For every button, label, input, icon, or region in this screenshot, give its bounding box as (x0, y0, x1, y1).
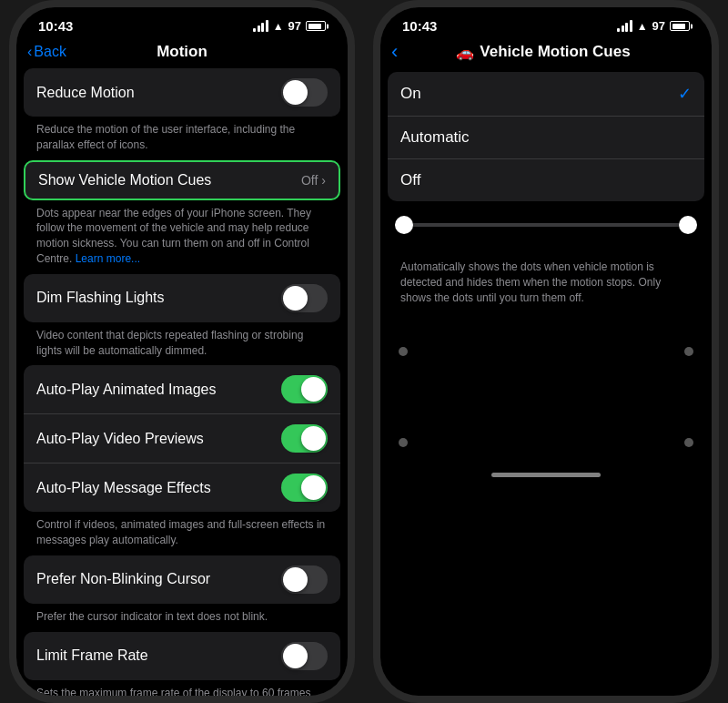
reduce-motion-label: Reduce Motion (36, 85, 135, 101)
toggle-knob (283, 567, 308, 592)
slider-track (395, 223, 697, 227)
option-on-label: On (400, 85, 421, 103)
wifi-icon: ▲ (273, 20, 284, 33)
cursor-group: Prefer Non-Blinking Cursor (24, 555, 340, 604)
autoplay-images-row[interactable]: Auto-Play Animated Images (24, 365, 340, 414)
nav-title: Motion (157, 43, 207, 61)
status-bar-2: 10:43 ▲ 97 (380, 7, 712, 39)
battery-percent: 97 (288, 19, 301, 33)
cursor-label: Prefer Non-Blinking Cursor (36, 571, 210, 587)
vehicle-motion-label: Show Vehicle Motion Cues (38, 172, 211, 188)
toggle-knob (283, 644, 308, 668)
toggle-knob (301, 377, 326, 402)
dim-flashing-toggle[interactable] (281, 284, 328, 312)
home-indicator-2 (491, 473, 601, 477)
reduce-motion-description: Reduce the motion of the user interface,… (24, 118, 340, 160)
frame-rate-group: Limit Frame Rate (24, 632, 340, 680)
status-bar: 10:43 ▲ 97 (16, 7, 348, 39)
slider-thumb-right[interactable] (679, 216, 697, 234)
nav-title-2: Vehicle Motion Cues (480, 43, 630, 61)
vehicle-motion-value-area: Off › (301, 173, 326, 188)
back-button-2[interactable]: ‹ (391, 40, 398, 64)
slider-track-area (395, 223, 697, 245)
cursor-description: Prefer the cursor indicator in text does… (24, 606, 340, 632)
toggle-knob (283, 286, 308, 311)
chevron-right-icon: › (321, 173, 326, 188)
autoplay-messages-row[interactable]: Auto-Play Message Effects (24, 464, 340, 512)
chevron-left-icon: ‹ (27, 44, 32, 60)
status-time-2: 10:43 (402, 18, 437, 34)
vehicle-motion-selection: On ✓ Automatic Off (388, 72, 704, 201)
toggle-knob (301, 475, 326, 500)
vehicle-motion-description: Automatically shows the dots when vehicl… (388, 254, 704, 312)
nav-bar: ‹ Back Motion (16, 39, 348, 68)
signal-icon (253, 20, 268, 32)
autoplay-video-row[interactable]: Auto-Play Video Previews (24, 414, 340, 464)
learn-more-link[interactable]: Learn more... (76, 252, 140, 265)
autoplay-video-label: Auto-Play Video Previews (36, 431, 204, 447)
cursor-row[interactable]: Prefer Non-Blinking Cursor (24, 555, 340, 604)
autoplay-group: Auto-Play Animated Images Auto-Play Vide… (24, 365, 340, 512)
dim-flashing-row[interactable]: Dim Flashing Lights (24, 274, 340, 322)
dot-top-right (684, 347, 693, 356)
back-button[interactable]: ‹ Back (27, 44, 66, 60)
frame-rate-toggle[interactable] (281, 642, 328, 670)
settings-content: Reduce Motion Reduce the motion of the u… (16, 68, 348, 696)
autoplay-images-label: Auto-Play Animated Images (36, 382, 216, 398)
frame-rate-row[interactable]: Limit Frame Rate (24, 632, 340, 680)
toggle-knob (283, 80, 308, 105)
phone-motion-settings: 10:43 ▲ 97 ‹ Back Motion (9, 0, 355, 703)
battery-icon (306, 21, 326, 31)
phone-vehicle-motion-detail: 10:43 ▲ 97 ‹ 🚗 Ve (373, 0, 719, 703)
reduce-motion-group: Reduce Motion (24, 68, 340, 117)
dim-flashing-group: Dim Flashing Lights (24, 274, 340, 322)
option-off-row[interactable]: Off (388, 159, 704, 201)
slider-thumb-left[interactable] (395, 216, 413, 234)
back-label: Back (34, 44, 66, 60)
frame-rate-label: Limit Frame Rate (36, 647, 148, 664)
option-on-row[interactable]: On ✓ (388, 72, 704, 117)
nav-bar-2: ‹ 🚗 Vehicle Motion Cues (380, 39, 712, 68)
slider-container (380, 205, 712, 254)
dot-bottom-left (399, 438, 408, 447)
cursor-toggle[interactable] (281, 565, 328, 594)
status-icons: ▲ 97 (253, 19, 326, 33)
vehicle-motion-value: Off (301, 173, 318, 188)
autoplay-images-toggle[interactable] (281, 375, 328, 403)
dots-decoration (388, 320, 704, 465)
autoplay-messages-label: Auto-Play Message Effects (36, 480, 211, 496)
signal-icon-2 (617, 20, 632, 32)
frame-rate-description: Sets the maximum frame rate of the displ… (24, 682, 340, 696)
autoplay-messages-toggle[interactable] (281, 474, 328, 502)
car-icon: 🚗 (456, 44, 474, 61)
status-time: 10:43 (38, 18, 73, 34)
vehicle-motion-cues-row[interactable]: Show Vehicle Motion Cues Off › (24, 160, 340, 200)
option-automatic-label: Automatic (400, 128, 470, 147)
autoplay-description: Control if videos, animated images and f… (24, 514, 340, 555)
dot-top-left (399, 347, 408, 356)
autoplay-video-toggle[interactable] (281, 424, 328, 453)
option-off-label: Off (400, 171, 420, 189)
battery-icon-2 (670, 21, 690, 31)
toggle-knob (301, 426, 326, 451)
checkmark-icon: ✓ (678, 84, 692, 104)
dim-flashing-description: Video content that depicts repeated flas… (24, 324, 340, 366)
reduce-motion-row[interactable]: Reduce Motion (24, 68, 340, 117)
dot-bottom-right (684, 438, 693, 447)
vehicle-motion-description: Dots appear near the edges of your iPhon… (24, 202, 340, 274)
wifi-icon-2: ▲ (637, 20, 648, 33)
nav-title-area: 🚗 Vehicle Motion Cues (456, 43, 630, 61)
chevron-left-icon-2: ‹ (391, 40, 398, 64)
option-automatic-row[interactable]: Automatic (388, 117, 704, 159)
reduce-motion-toggle[interactable] (281, 78, 328, 107)
battery-percent-2: 97 (652, 19, 665, 33)
dim-flashing-label: Dim Flashing Lights (36, 290, 165, 306)
status-icons-2: ▲ 97 (617, 19, 690, 33)
